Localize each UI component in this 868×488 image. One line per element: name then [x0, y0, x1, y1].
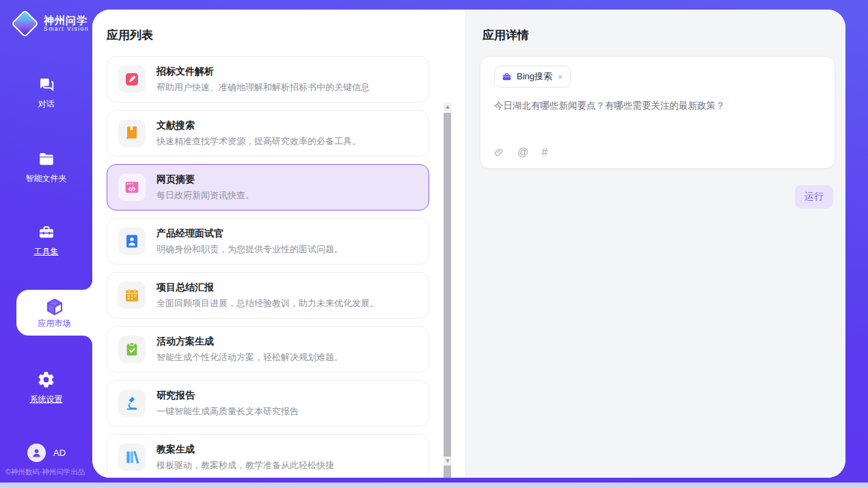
- prompt-card[interactable]: Bing搜索 × 今日湖北有哪些新闻要点？有哪些需要关注的最新政策？ @ #: [480, 56, 835, 169]
- scrollbar[interactable]: [444, 103, 451, 465]
- briefcase-icon: [502, 72, 512, 82]
- sidebar-item-label: 智能文件夹: [0, 173, 92, 185]
- gear-icon: [37, 370, 55, 389]
- sidebar-item-app-market[interactable]: 应用市场: [16, 290, 92, 336]
- logo-subtitle: Smart Vision: [44, 26, 89, 32]
- user-account[interactable]: AD: [27, 444, 66, 462]
- query-input[interactable]: 今日湖北有哪些新闻要点？有哪些需要关注的最新政策？: [494, 99, 821, 113]
- app-detail-panel: 应用详情 Bing搜索 × 今日湖北有哪些新闻要点？有哪些需要关注的最新政策？ …: [465, 10, 845, 478]
- scrollbar-thumb[interactable]: [444, 113, 451, 478]
- copyright-footer: ©神州数码·神州问学出品: [5, 467, 85, 477]
- sidebar-item-label: 对话: [0, 98, 92, 110]
- bottom-strip: [0, 483, 868, 488]
- sidebar-item-label: 工具集: [0, 246, 92, 258]
- app-detail-title: 应用详情: [483, 27, 529, 43]
- at-icon[interactable]: @: [517, 147, 528, 158]
- toolbox-icon: [37, 223, 56, 241]
- sidebar-item-label: 系统设置: [0, 394, 92, 405]
- sidebar: 神州问学 Smart Vision 对话 智能文件夹 工具集: [0, 0, 92, 483]
- folder-icon: [37, 150, 56, 168]
- run-button[interactable]: 运行: [795, 185, 833, 208]
- arrow-up-icon: [446, 105, 450, 109]
- arrow-down-icon: [446, 459, 450, 463]
- logo-title: 神州问学: [44, 15, 89, 26]
- sidebar-item-toolset[interactable]: 工具集: [0, 223, 92, 258]
- avatar: [27, 444, 46, 462]
- logo-diamond-icon: [11, 10, 39, 38]
- sidebar-item-chat[interactable]: 对话: [0, 75, 92, 110]
- paperclip-icon[interactable]: [494, 146, 504, 159]
- scroll-down-button[interactable]: [444, 457, 451, 465]
- input-toolbar: @ #: [494, 146, 547, 159]
- sidebar-item-settings[interactable]: 系统设置: [0, 370, 92, 405]
- app-list-panel: 应用列表 招标文件解析 帮助用户快速、准确地理解和解析招标书中的关键信息 文献搜…: [92, 10, 465, 478]
- app-list-title: 应用列表: [107, 27, 153, 43]
- sidebar-item-label: 应用市场: [16, 318, 92, 329]
- cube-icon: [45, 297, 64, 316]
- sidebar-item-smart-folder[interactable]: 智能文件夹: [0, 150, 92, 185]
- user-initials: AD: [53, 448, 66, 458]
- app-logo: 神州问学 Smart Vision: [11, 10, 89, 38]
- tool-tag-label: Bing搜索: [517, 70, 552, 83]
- tool-tag-bing-search[interactable]: Bing搜索 ×: [494, 66, 571, 87]
- hash-icon[interactable]: #: [541, 147, 547, 158]
- chat-icon: [37, 75, 55, 94]
- main-content: 应用列表 招标文件解析 帮助用户快速、准确地理解和解析招标书中的关键信息 文献搜…: [92, 10, 845, 478]
- close-icon[interactable]: ×: [558, 72, 563, 82]
- person-icon: [31, 447, 42, 459]
- scroll-up-button[interactable]: [444, 103, 451, 111]
